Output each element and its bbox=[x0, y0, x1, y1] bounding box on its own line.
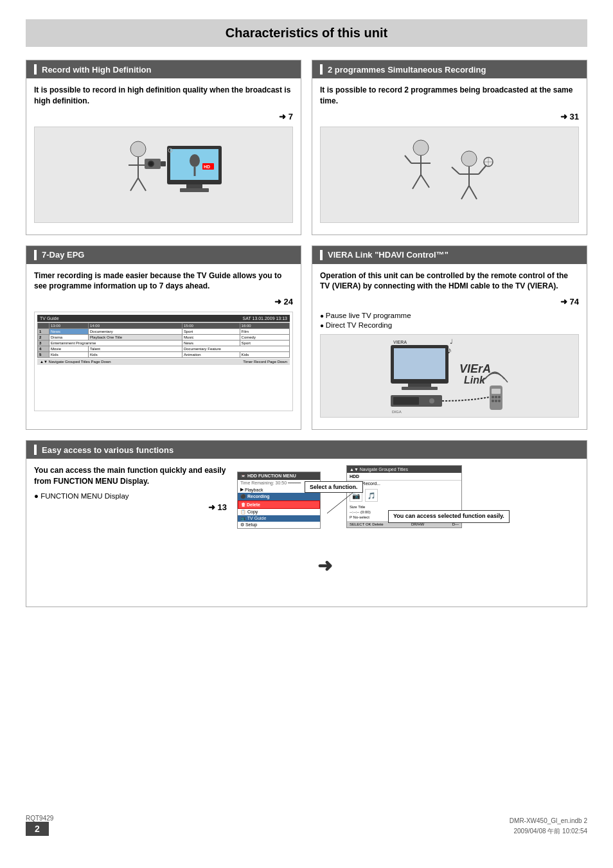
epg-bottom-bar: ▲▼ Navigate Grouped Titles Page Down Tim… bbox=[37, 359, 290, 365]
page-number: 2 bbox=[26, 822, 49, 836]
fn-hdd-icons: 📷 🎵 bbox=[347, 486, 461, 504]
fn-icon-2: 🎵 bbox=[365, 489, 378, 502]
svg-point-18 bbox=[413, 140, 429, 155]
svg-line-28 bbox=[469, 186, 477, 199]
viera-illustration: VIERA ♪ ♩ VIErA Link DIGA bbox=[320, 334, 579, 418]
epg-row-4: 4 Movie Talent Documentary Feature bbox=[38, 346, 290, 352]
svg-point-49 bbox=[492, 396, 494, 398]
svg-point-45 bbox=[429, 398, 434, 403]
record-hd-svg: HD bbox=[100, 130, 228, 220]
svg-point-24 bbox=[461, 151, 477, 166]
select-callout: Select a function. bbox=[305, 481, 363, 493]
section-simultaneous-header: 2 programmes Simultaneous Recording bbox=[312, 60, 587, 78]
epg-illustration: TV Guide SAT 13.01.2009 13:13 13:00 14:0… bbox=[34, 312, 293, 411]
section-epg: 7-Day EPG Timer recording is made easier… bbox=[26, 245, 301, 430]
footer-right: DMR-XW450_Gl_en.indb 2 2009/04/08 午前 10:… bbox=[510, 817, 587, 836]
section-record-hd: Record with High Definition It is possib… bbox=[26, 60, 301, 235]
features-grid: Record with High Definition It is possib… bbox=[26, 60, 587, 430]
fn-recording-row: ⚫ Recording bbox=[238, 493, 320, 500]
svg-line-21 bbox=[413, 175, 421, 189]
easy-access-bullet-text: FUNCTION MENU Display bbox=[40, 492, 129, 500]
svg-point-13 bbox=[190, 154, 200, 167]
svg-line-27 bbox=[461, 186, 469, 199]
svg-text:DIGA: DIGA bbox=[392, 410, 402, 414]
record-hd-ref: 7 bbox=[34, 112, 293, 121]
fn-size-label: Size Title bbox=[347, 504, 461, 509]
svg-point-50 bbox=[495, 396, 497, 398]
easy-access-ref: ➜ 13 bbox=[34, 502, 227, 512]
svg-rect-6 bbox=[161, 161, 166, 166]
footer-left: RQT9429 2 bbox=[26, 815, 53, 836]
easy-access-bullet: ● FUNCTION MENU Display bbox=[34, 492, 227, 500]
svg-line-3 bbox=[130, 178, 138, 191]
svg-text:VIERA: VIERA bbox=[393, 340, 407, 344]
svg-rect-37 bbox=[402, 387, 438, 390]
svg-text:HD: HD bbox=[204, 164, 210, 169]
svg-rect-11 bbox=[186, 184, 202, 188]
svg-line-22 bbox=[421, 175, 429, 188]
fn-menu-container: 📼 HDD FUNCTION MENU Time Remaining: 30:5… bbox=[237, 465, 468, 600]
viera-desc: Operation of this unit can be controlled… bbox=[320, 270, 579, 292]
simultaneous-desc: It is possible to record 2 programmes be… bbox=[320, 85, 579, 107]
easy-access-illustration-area: 📼 HDD FUNCTION MENU Time Remaining: 30:5… bbox=[237, 465, 579, 600]
simultaneous-svg bbox=[386, 130, 514, 220]
viera-ref: 74 bbox=[320, 297, 579, 306]
svg-text:VIErA: VIErA bbox=[459, 362, 491, 375]
epg-timer-info: Timer Record Page Down bbox=[243, 360, 287, 364]
date-ref: 2009/04/08 午前 10:02:54 bbox=[513, 827, 587, 836]
fn-menu-title-bar: 📼 HDD FUNCTION MENU bbox=[238, 472, 320, 480]
simultaneous-illustration bbox=[320, 127, 579, 223]
epg-desc: Timer recording is made easier because t… bbox=[34, 270, 293, 292]
epg-row-1: 1 News Documentary Sport Film bbox=[38, 329, 290, 335]
epg-row-2: 2 Drama Playback One Title Music Comedy bbox=[38, 335, 290, 341]
easy-access-desc: You can access the main function quickly… bbox=[34, 465, 227, 487]
record-hd-illustration: HD bbox=[34, 127, 293, 223]
page-footer: RQT9429 2 DMR-XW450_Gl_en.indb 2 2009/04… bbox=[26, 815, 587, 836]
svg-point-53 bbox=[495, 400, 497, 402]
epg-date: SAT 13.01.2009 13:13 bbox=[243, 316, 287, 321]
svg-rect-36 bbox=[408, 384, 431, 387]
access-callout-text: You can access selected function easily. bbox=[393, 513, 504, 519]
fn-menu-left-panel: 📼 HDD FUNCTION MENU Time Remaining: 30:5… bbox=[237, 472, 321, 529]
svg-text:♩: ♩ bbox=[450, 338, 453, 345]
model-ref: RQT9429 bbox=[26, 815, 53, 822]
section-epg-header: 7-Day EPG bbox=[26, 246, 301, 264]
epg-ref: 24 bbox=[34, 297, 293, 306]
fn-hdd-header: ▲▼ Navigate Grouped Titles bbox=[347, 466, 461, 473]
epg-header-bar: TV Guide SAT 13.01.2009 13:13 bbox=[37, 315, 290, 322]
viera-svg: VIERA ♪ ♩ VIErA Link DIGA bbox=[386, 337, 514, 414]
epg-time-row: 13:00 14:00 15:00 16:00 bbox=[38, 323, 290, 329]
epg-guide-label: TV Guide bbox=[40, 316, 59, 321]
svg-text:Link: Link bbox=[464, 375, 486, 385]
fn-menu-arrow: ➜ bbox=[317, 555, 332, 576]
svg-line-30 bbox=[479, 165, 486, 174]
fn-setup-row: ⚙ Setup bbox=[238, 522, 320, 528]
svg-rect-35 bbox=[394, 348, 445, 379]
viera-bullet-2: Direct TV Recording bbox=[320, 321, 579, 329]
section-viera: VIERA Link "HDAVI Control™" Operation of… bbox=[312, 245, 587, 430]
epg-data-table: 13:00 14:00 15:00 16:00 1 News Documenta… bbox=[37, 323, 290, 358]
easy-access-text-area: You can access the main function quickly… bbox=[34, 465, 227, 600]
bullet-marker: ● bbox=[34, 492, 40, 500]
section-easy-access: Easy access to various functions You can… bbox=[26, 440, 587, 607]
simultaneous-ref: 31 bbox=[320, 112, 579, 121]
svg-rect-48 bbox=[492, 389, 501, 394]
svg-rect-44 bbox=[393, 397, 419, 405]
fn-hdd-label: HDD bbox=[347, 473, 461, 481]
record-hd-desc: It is possible to record in high definit… bbox=[34, 85, 293, 107]
fn-delete-row: 🗑 Delete bbox=[238, 500, 320, 509]
fn-tvguide-row: 📺 TV Guide bbox=[238, 515, 320, 522]
section-easy-access-header: Easy access to various functions bbox=[26, 441, 587, 459]
svg-line-4 bbox=[138, 178, 146, 191]
epg-row-3: 3 Entertainment Programme News Sport bbox=[38, 341, 290, 346]
viera-bullet-1: Pause live TV programme bbox=[320, 312, 579, 319]
svg-line-23 bbox=[405, 155, 411, 163]
section-record-hd-header: Record with High Definition bbox=[26, 60, 301, 78]
access-callout: You can access selected function easily. bbox=[388, 510, 510, 523]
epg-bottom-info: ▲▼ Navigate Grouped Titles Page Down bbox=[40, 360, 111, 364]
svg-line-29 bbox=[452, 167, 459, 174]
page-title: Characteristics of this unit bbox=[26, 19, 587, 47]
file-ref: DMR-XW450_Gl_en.indb 2 bbox=[510, 817, 587, 824]
svg-point-54 bbox=[498, 400, 501, 402]
svg-point-8 bbox=[149, 162, 153, 166]
